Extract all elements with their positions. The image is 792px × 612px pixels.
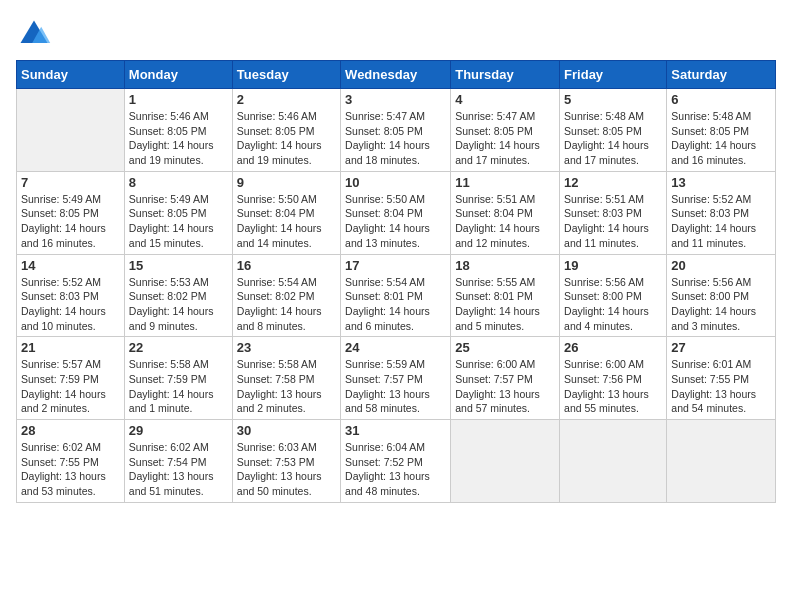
calendar-cell: 7Sunrise: 5:49 AMSunset: 8:05 PMDaylight… [17, 171, 125, 254]
calendar-cell: 23Sunrise: 5:58 AMSunset: 7:58 PMDayligh… [232, 337, 340, 420]
day-info: Sunrise: 5:56 AMSunset: 8:00 PMDaylight:… [564, 275, 662, 334]
day-info: Sunrise: 5:52 AMSunset: 8:03 PMDaylight:… [21, 275, 120, 334]
header-cell-thursday: Thursday [451, 61, 560, 89]
calendar-week-0: 1Sunrise: 5:46 AMSunset: 8:05 PMDaylight… [17, 89, 776, 172]
day-number: 9 [237, 175, 336, 190]
day-number: 31 [345, 423, 446, 438]
calendar-cell: 20Sunrise: 5:56 AMSunset: 8:00 PMDayligh… [667, 254, 776, 337]
calendar-cell: 8Sunrise: 5:49 AMSunset: 8:05 PMDaylight… [124, 171, 232, 254]
day-number: 1 [129, 92, 228, 107]
calendar-cell: 28Sunrise: 6:02 AMSunset: 7:55 PMDayligh… [17, 420, 125, 503]
calendar-week-4: 28Sunrise: 6:02 AMSunset: 7:55 PMDayligh… [17, 420, 776, 503]
day-info: Sunrise: 5:46 AMSunset: 8:05 PMDaylight:… [237, 109, 336, 168]
calendar-cell: 13Sunrise: 5:52 AMSunset: 8:03 PMDayligh… [667, 171, 776, 254]
day-number: 4 [455, 92, 555, 107]
calendar-cell: 30Sunrise: 6:03 AMSunset: 7:53 PMDayligh… [232, 420, 340, 503]
day-info: Sunrise: 5:54 AMSunset: 8:02 PMDaylight:… [237, 275, 336, 334]
day-info: Sunrise: 6:01 AMSunset: 7:55 PMDaylight:… [671, 357, 771, 416]
day-info: Sunrise: 6:00 AMSunset: 7:56 PMDaylight:… [564, 357, 662, 416]
day-info: Sunrise: 6:03 AMSunset: 7:53 PMDaylight:… [237, 440, 336, 499]
day-number: 29 [129, 423, 228, 438]
day-number: 15 [129, 258, 228, 273]
day-number: 28 [21, 423, 120, 438]
calendar-cell [17, 89, 125, 172]
day-info: Sunrise: 5:54 AMSunset: 8:01 PMDaylight:… [345, 275, 446, 334]
day-info: Sunrise: 6:02 AMSunset: 7:55 PMDaylight:… [21, 440, 120, 499]
day-number: 21 [21, 340, 120, 355]
day-number: 11 [455, 175, 555, 190]
day-number: 20 [671, 258, 771, 273]
calendar-cell: 16Sunrise: 5:54 AMSunset: 8:02 PMDayligh… [232, 254, 340, 337]
calendar-cell [560, 420, 667, 503]
header-cell-monday: Monday [124, 61, 232, 89]
day-number: 19 [564, 258, 662, 273]
day-number: 12 [564, 175, 662, 190]
header-cell-friday: Friday [560, 61, 667, 89]
day-info: Sunrise: 5:47 AMSunset: 8:05 PMDaylight:… [455, 109, 555, 168]
calendar-cell: 10Sunrise: 5:50 AMSunset: 8:04 PMDayligh… [341, 171, 451, 254]
day-number: 7 [21, 175, 120, 190]
day-number: 14 [21, 258, 120, 273]
logo [16, 16, 56, 52]
day-number: 27 [671, 340, 771, 355]
calendar-body: 1Sunrise: 5:46 AMSunset: 8:05 PMDaylight… [17, 89, 776, 503]
day-number: 2 [237, 92, 336, 107]
day-info: Sunrise: 5:50 AMSunset: 8:04 PMDaylight:… [345, 192, 446, 251]
calendar-cell: 24Sunrise: 5:59 AMSunset: 7:57 PMDayligh… [341, 337, 451, 420]
calendar-cell: 18Sunrise: 5:55 AMSunset: 8:01 PMDayligh… [451, 254, 560, 337]
calendar-cell [667, 420, 776, 503]
page-header [16, 16, 776, 52]
day-number: 23 [237, 340, 336, 355]
calendar-cell: 5Sunrise: 5:48 AMSunset: 8:05 PMDaylight… [560, 89, 667, 172]
day-info: Sunrise: 5:52 AMSunset: 8:03 PMDaylight:… [671, 192, 771, 251]
calendar-cell: 14Sunrise: 5:52 AMSunset: 8:03 PMDayligh… [17, 254, 125, 337]
day-info: Sunrise: 6:04 AMSunset: 7:52 PMDaylight:… [345, 440, 446, 499]
calendar-cell [451, 420, 560, 503]
day-info: Sunrise: 5:48 AMSunset: 8:05 PMDaylight:… [671, 109, 771, 168]
calendar-cell: 3Sunrise: 5:47 AMSunset: 8:05 PMDaylight… [341, 89, 451, 172]
day-number: 10 [345, 175, 446, 190]
calendar-cell: 15Sunrise: 5:53 AMSunset: 8:02 PMDayligh… [124, 254, 232, 337]
day-info: Sunrise: 5:53 AMSunset: 8:02 PMDaylight:… [129, 275, 228, 334]
day-number: 13 [671, 175, 771, 190]
header-cell-wednesday: Wednesday [341, 61, 451, 89]
day-info: Sunrise: 5:49 AMSunset: 8:05 PMDaylight:… [21, 192, 120, 251]
calendar-table: SundayMondayTuesdayWednesdayThursdayFrid… [16, 60, 776, 503]
logo-icon [16, 16, 52, 52]
calendar-cell: 26Sunrise: 6:00 AMSunset: 7:56 PMDayligh… [560, 337, 667, 420]
calendar-cell: 31Sunrise: 6:04 AMSunset: 7:52 PMDayligh… [341, 420, 451, 503]
day-info: Sunrise: 6:02 AMSunset: 7:54 PMDaylight:… [129, 440, 228, 499]
day-info: Sunrise: 5:58 AMSunset: 7:59 PMDaylight:… [129, 357, 228, 416]
day-number: 8 [129, 175, 228, 190]
header-row: SundayMondayTuesdayWednesdayThursdayFrid… [17, 61, 776, 89]
calendar-cell: 2Sunrise: 5:46 AMSunset: 8:05 PMDaylight… [232, 89, 340, 172]
day-info: Sunrise: 5:51 AMSunset: 8:04 PMDaylight:… [455, 192, 555, 251]
day-info: Sunrise: 5:59 AMSunset: 7:57 PMDaylight:… [345, 357, 446, 416]
day-number: 30 [237, 423, 336, 438]
day-number: 26 [564, 340, 662, 355]
calendar-cell: 25Sunrise: 6:00 AMSunset: 7:57 PMDayligh… [451, 337, 560, 420]
day-info: Sunrise: 5:55 AMSunset: 8:01 PMDaylight:… [455, 275, 555, 334]
calendar-cell: 6Sunrise: 5:48 AMSunset: 8:05 PMDaylight… [667, 89, 776, 172]
calendar-header: SundayMondayTuesdayWednesdayThursdayFrid… [17, 61, 776, 89]
header-cell-sunday: Sunday [17, 61, 125, 89]
calendar-cell: 11Sunrise: 5:51 AMSunset: 8:04 PMDayligh… [451, 171, 560, 254]
calendar-cell: 17Sunrise: 5:54 AMSunset: 8:01 PMDayligh… [341, 254, 451, 337]
calendar-week-3: 21Sunrise: 5:57 AMSunset: 7:59 PMDayligh… [17, 337, 776, 420]
calendar-cell: 27Sunrise: 6:01 AMSunset: 7:55 PMDayligh… [667, 337, 776, 420]
calendar-cell: 19Sunrise: 5:56 AMSunset: 8:00 PMDayligh… [560, 254, 667, 337]
calendar-cell: 21Sunrise: 5:57 AMSunset: 7:59 PMDayligh… [17, 337, 125, 420]
day-info: Sunrise: 6:00 AMSunset: 7:57 PMDaylight:… [455, 357, 555, 416]
day-number: 18 [455, 258, 555, 273]
day-number: 17 [345, 258, 446, 273]
day-info: Sunrise: 5:47 AMSunset: 8:05 PMDaylight:… [345, 109, 446, 168]
day-number: 24 [345, 340, 446, 355]
day-info: Sunrise: 5:50 AMSunset: 8:04 PMDaylight:… [237, 192, 336, 251]
header-cell-saturday: Saturday [667, 61, 776, 89]
calendar-cell: 4Sunrise: 5:47 AMSunset: 8:05 PMDaylight… [451, 89, 560, 172]
day-info: Sunrise: 5:56 AMSunset: 8:00 PMDaylight:… [671, 275, 771, 334]
day-number: 22 [129, 340, 228, 355]
day-info: Sunrise: 5:57 AMSunset: 7:59 PMDaylight:… [21, 357, 120, 416]
day-number: 3 [345, 92, 446, 107]
day-number: 5 [564, 92, 662, 107]
